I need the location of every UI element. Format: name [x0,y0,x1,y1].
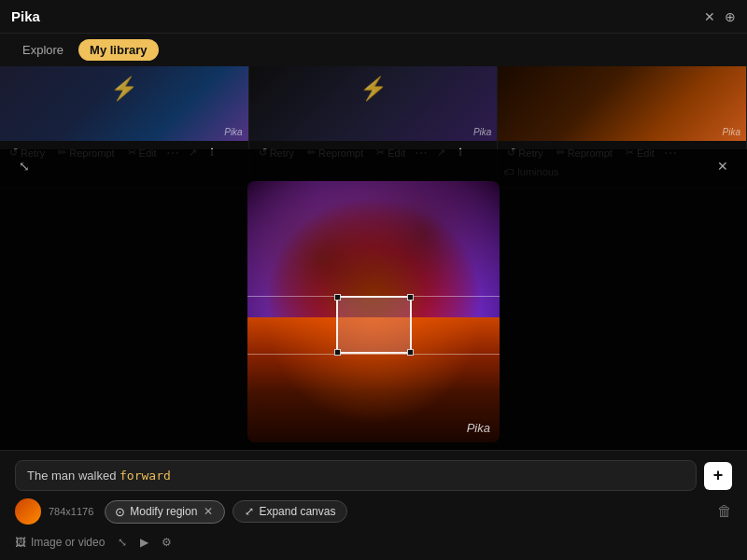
settings-button[interactable]: ⚙ [162,536,172,549]
video-button[interactable]: ▶ [140,536,148,549]
prompt-static-text: The man walked [27,469,120,483]
close-window-button[interactable]: ✕ [704,9,715,24]
expand-canvas-chip[interactable]: ⤢ Expand canvas [233,500,347,523]
top-bar-right: ✕ ⊕ [704,9,736,24]
modify-region-label: Modify region [130,505,197,518]
canvas-container: Pika [247,181,500,442]
add-button[interactable]: + [704,462,732,490]
bottom-icons-row: 🖼 Image or video ⤡ ▶ ⚙ [15,532,732,549]
watermark-2: Pika [473,127,491,137]
delete-button[interactable]: 🗑 [717,503,732,520]
prompt-row: The man walked forward + [15,460,732,491]
top-bar: Pika ✕ ⊕ [0,0,747,34]
canvas-watermark: Pika [467,421,490,435]
tools-row: 784x1176 ⊙ Modify region ✕ ⤢ Expand canv… [15,498,732,525]
image-icon: 🖼 [15,536,26,549]
lightning-icon: ⚡ [110,76,138,102]
handle-top-right[interactable] [407,294,414,301]
expand-canvas-label: Expand canvas [259,505,335,518]
prompt-highlighted-word: forward [120,469,171,483]
shrink-button[interactable]: ⤡ [19,159,30,174]
top-bar-left: Pika [11,8,40,24]
gallery-thumb-2: ⚡ Pika [249,66,498,141]
watermark-1: Pika [224,127,242,137]
prompt-input[interactable]: The man walked forward [15,460,697,491]
handle-top-left[interactable] [334,294,341,301]
lightning-icon-2: ⚡ [359,76,388,102]
gallery-thumb-3: Pika [498,66,746,141]
watermark-3: Pika [723,127,740,137]
tab-my-library[interactable]: My library [78,39,158,61]
video-icon: ▶ [140,536,148,549]
settings-icon: ⚙ [162,536,172,549]
expand-button[interactable]: ⤡ [118,536,127,549]
modal-close-button[interactable]: ✕ [717,159,728,174]
handle-bottom-left[interactable] [334,349,341,356]
modify-region-icon: ⊙ [115,505,125,519]
tab-explore[interactable]: Explore [11,39,75,61]
handle-bottom-right[interactable] [407,349,414,356]
gallery-thumb-1: ⚡ Pika [0,66,248,141]
app-title: Pika [11,8,40,24]
nav-tabs: Explore My library [0,34,747,66]
editor-bottom: The man walked forward + 784x1176 ⊙ Modi… [0,450,747,560]
selection-box[interactable] [336,296,412,354]
modify-region-chip[interactable]: ⊙ Modify region ✕ [105,500,225,524]
modify-region-close[interactable]: ✕ [202,505,215,518]
expand-canvas-icon: ⤢ [245,505,254,518]
thumbnail-mini [15,498,41,525]
image-or-video-button[interactable]: 🖼 Image or video [15,536,105,549]
expand-icon: ⤡ [118,536,127,549]
canvas-image: Pika [247,181,500,442]
modal-controls: ⤡ ✕ [0,159,747,174]
guide-line-bottom [247,354,500,355]
size-badge: 784x1176 [49,506,93,517]
discord-button[interactable]: ⊕ [725,9,736,24]
